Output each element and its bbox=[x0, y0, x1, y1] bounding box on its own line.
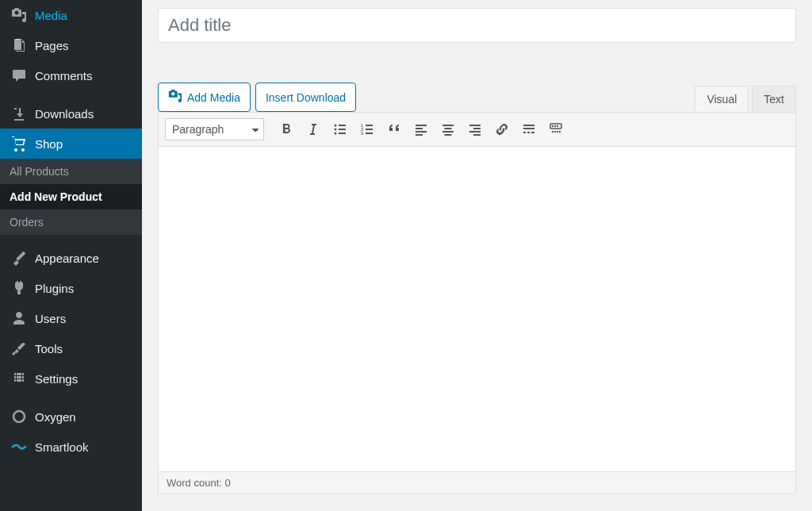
sidebar-item-downloads[interactable]: Downloads bbox=[0, 98, 142, 129]
link-button[interactable] bbox=[489, 117, 515, 141]
svg-rect-15 bbox=[416, 128, 423, 129]
svg-point-1 bbox=[13, 411, 25, 422]
sidebar-sub-orders[interactable]: Orders bbox=[0, 209, 142, 235]
tools-icon bbox=[11, 340, 27, 356]
align-right-button[interactable] bbox=[462, 117, 488, 141]
svg-rect-21 bbox=[445, 134, 452, 136]
sidebar-sub-all-products[interactable]: All Products bbox=[0, 159, 142, 184]
sidebar-item-smartlook[interactable]: Smartlook bbox=[0, 432, 142, 462]
svg-rect-27 bbox=[523, 128, 534, 129]
comments-icon bbox=[11, 67, 27, 83]
sidebar-sub-add-new-product[interactable]: Add New Product bbox=[0, 184, 142, 209]
sidebar-item-label: Downloads bbox=[35, 107, 94, 121]
svg-rect-16 bbox=[416, 131, 427, 133]
sidebar-item-label: Tools bbox=[35, 342, 63, 355]
sidebar-item-label: Oxygen bbox=[35, 410, 76, 424]
align-left-button[interactable] bbox=[408, 117, 434, 141]
sidebar-item-tools[interactable]: Tools bbox=[0, 333, 142, 363]
shop-icon bbox=[11, 136, 27, 152]
italic-button[interactable] bbox=[301, 117, 326, 141]
sidebar-item-label: Users bbox=[35, 312, 66, 325]
add-media-label: Add Media bbox=[187, 91, 240, 104]
users-icon bbox=[11, 310, 27, 326]
svg-rect-29 bbox=[527, 132, 530, 133]
svg-rect-22 bbox=[469, 125, 481, 126]
align-center-button[interactable] bbox=[435, 117, 461, 141]
svg-rect-17 bbox=[416, 134, 423, 136]
svg-rect-33 bbox=[554, 125, 556, 127]
svg-point-6 bbox=[335, 133, 337, 135]
svg-rect-25 bbox=[473, 134, 481, 136]
title-wrap bbox=[158, 8, 796, 43]
svg-rect-30 bbox=[531, 132, 534, 133]
svg-rect-38 bbox=[559, 131, 561, 133]
toolbar-toggle-button[interactable] bbox=[543, 117, 569, 141]
add-media-button[interactable]: Add Media bbox=[158, 83, 251, 112]
svg-rect-37 bbox=[557, 131, 558, 133]
svg-rect-19 bbox=[445, 128, 452, 129]
sidebar-item-appearance[interactable]: Appearance bbox=[0, 243, 142, 273]
svg-rect-18 bbox=[442, 125, 454, 126]
read-more-button[interactable] bbox=[516, 117, 542, 141]
svg-rect-26 bbox=[523, 125, 534, 126]
word-count: Word count: 0 bbox=[167, 477, 231, 489]
svg-point-2 bbox=[335, 125, 337, 127]
bullet-list-button[interactable] bbox=[327, 117, 353, 141]
plugins-icon bbox=[11, 280, 27, 296]
svg-rect-14 bbox=[416, 125, 427, 126]
editor-box: Paragraph 123 Word count: 0 bbox=[158, 112, 796, 494]
format-select[interactable]: Paragraph bbox=[165, 118, 264, 140]
sidebar-item-settings[interactable]: Settings bbox=[0, 363, 142, 394]
svg-rect-3 bbox=[339, 125, 346, 126]
sidebar-item-comments[interactable]: Comments bbox=[0, 60, 142, 90]
svg-rect-5 bbox=[339, 129, 346, 130]
insert-download-button[interactable]: Insert Download bbox=[255, 83, 356, 112]
pages-icon bbox=[11, 37, 27, 53]
media-icon bbox=[11, 7, 27, 23]
admin-sidebar: Media Pages Comments Downloads Shop All … bbox=[0, 0, 142, 511]
sidebar-item-label: Appearance bbox=[35, 252, 99, 265]
svg-rect-28 bbox=[523, 132, 526, 133]
editor-status-bar: Word count: 0 bbox=[159, 471, 795, 494]
sidebar-item-label: Shop bbox=[35, 137, 63, 151]
sidebar-item-label: Comments bbox=[35, 69, 93, 83]
editor-content[interactable] bbox=[159, 147, 795, 471]
sidebar-item-label: Settings bbox=[35, 372, 78, 386]
svg-rect-7 bbox=[339, 133, 346, 134]
smartlook-icon bbox=[11, 439, 27, 455]
svg-rect-24 bbox=[469, 131, 481, 133]
sidebar-item-users[interactable]: Users bbox=[0, 303, 142, 333]
sidebar-item-label: Pages bbox=[35, 39, 69, 52]
editor-tabs: Visual Text bbox=[691, 86, 796, 112]
sidebar-item-oxygen[interactable]: Oxygen bbox=[0, 402, 142, 432]
bold-button[interactable] bbox=[274, 117, 299, 141]
editor-toolbar: Paragraph 123 bbox=[159, 113, 795, 147]
main-content: Add Media Insert Download Visual Text Pa… bbox=[142, 0, 812, 511]
sidebar-item-plugins[interactable]: Plugins bbox=[0, 273, 142, 303]
svg-rect-20 bbox=[442, 131, 454, 133]
svg-rect-32 bbox=[552, 125, 553, 127]
editor-actions: Add Media Insert Download Visual Text bbox=[158, 83, 796, 112]
sidebar-item-label: Media bbox=[35, 9, 67, 22]
numbered-list-button[interactable]: 123 bbox=[354, 117, 380, 141]
tab-text[interactable]: Text bbox=[752, 86, 796, 112]
insert-download-label: Insert Download bbox=[266, 91, 346, 104]
editor-buttons: Add Media Insert Download bbox=[158, 83, 356, 112]
downloads-icon bbox=[11, 106, 27, 121]
appearance-icon bbox=[11, 250, 27, 266]
sidebar-item-pages[interactable]: Pages bbox=[0, 30, 142, 60]
media-icon bbox=[168, 89, 182, 106]
svg-text:3: 3 bbox=[361, 131, 364, 136]
sidebar-item-shop[interactable]: Shop bbox=[0, 129, 142, 159]
svg-rect-11 bbox=[366, 129, 373, 130]
title-input[interactable] bbox=[158, 8, 796, 43]
oxygen-icon bbox=[11, 409, 27, 425]
settings-icon bbox=[11, 371, 27, 386]
svg-rect-36 bbox=[554, 131, 556, 133]
blockquote-button[interactable] bbox=[381, 117, 407, 141]
svg-rect-13 bbox=[366, 133, 373, 134]
tab-visual[interactable]: Visual bbox=[695, 86, 749, 112]
sidebar-item-media[interactable]: Media bbox=[0, 0, 142, 30]
svg-rect-23 bbox=[473, 128, 481, 129]
svg-rect-35 bbox=[552, 131, 553, 133]
